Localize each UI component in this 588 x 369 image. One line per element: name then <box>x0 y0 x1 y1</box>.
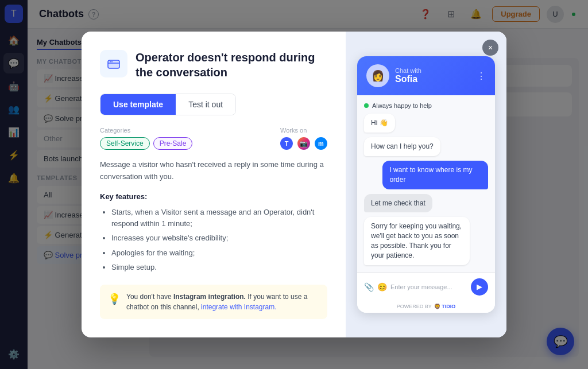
chat-footer: POWERED BY 🦁 TIDIO <box>357 301 495 313</box>
modal-icon <box>100 50 127 77</box>
categories-section: Categories Self-Service Pre-Sale <box>100 127 192 150</box>
online-indicator: Always happy to help <box>364 102 488 109</box>
modal: Operator doesn't respond during the conv… <box>82 32 506 337</box>
warning-banner: 💡 You don't have Instagram integration. … <box>100 285 327 319</box>
chat-header: 👩 Chat with Sofia ⋮ <box>357 56 495 95</box>
tidio-logo: 🦁 TIDIO <box>434 304 456 309</box>
online-status-text: Always happy to help <box>372 102 432 109</box>
chat-message-help: How can I help you? <box>364 137 440 156</box>
feature-item: Starts, when a Visitor sent a message an… <box>111 207 327 229</box>
svg-rect-1 <box>108 60 119 68</box>
svg-point-5 <box>111 61 113 63</box>
messenger-platform-icon: m <box>315 137 327 150</box>
modal-right-panel: 👩 Chat with Sofia ⋮ Always happy to help… <box>346 32 506 337</box>
tag-pre-sale: Pre-Sale <box>153 137 193 150</box>
warning-emoji: 💡 <box>108 292 121 307</box>
key-features-list: Starts, when a Visitor sent a message an… <box>100 207 327 273</box>
modal-title: Operator doesn't respond during the conv… <box>136 50 327 80</box>
chat-body: Always happy to help Hi 👋 How can I help… <box>357 95 495 271</box>
tags: Self-Service Pre-Sale <box>100 137 192 150</box>
emoji-icon[interactable]: 😊 <box>377 282 387 292</box>
chat-menu-icon[interactable]: ⋮ <box>477 71 486 81</box>
chat-message-hi: Hi 👋 <box>364 114 395 133</box>
instagram-link[interactable]: integrate with Instagram. <box>201 303 276 311</box>
works-on-label: Works on <box>280 127 327 134</box>
chat-input-area: 📎 😊 Enter your message... ▶ <box>357 272 495 301</box>
chat-message-check: Let me check that <box>364 194 432 213</box>
chat-message-order: I want to know where is my order <box>382 161 488 189</box>
modal-actions: Use template Test it out <box>100 94 236 115</box>
chat-input-placeholder[interactable]: Enter your message... <box>390 283 467 290</box>
chat-message-sorry: Sorry for keeping you waiting, we'll get… <box>364 217 470 265</box>
chat-with-label: Chat with <box>395 67 471 74</box>
attach-icon[interactable]: 📎 <box>364 282 374 292</box>
agent-name: Sofia <box>395 74 471 84</box>
modal-overlay: Operator doesn't respond during the conv… <box>0 0 588 369</box>
categories-label: Categories <box>100 127 192 134</box>
chat-header-info: Chat with Sofia <box>395 67 471 84</box>
use-template-button[interactable]: Use template <box>100 94 176 115</box>
key-features-title: Key features: <box>100 192 327 201</box>
feature-item: Increases your website's credibility; <box>111 232 327 244</box>
tag-self-service: Self-Service <box>100 137 150 150</box>
modal-header: Operator doesn't respond during the conv… <box>100 50 327 80</box>
modal-description: Message a visitor who hasn't received a … <box>100 159 327 183</box>
online-dot <box>364 103 369 108</box>
warning-text: You don't have Instagram integration. If… <box>126 292 319 312</box>
agent-avatar: 👩 <box>366 64 389 87</box>
tidio-platform-icon: T <box>280 137 293 150</box>
works-on-section: Works on T 📷 m <box>280 127 327 150</box>
feature-item: Apologies for the waiting; <box>111 247 327 259</box>
powered-by-label: POWERED BY <box>397 304 432 309</box>
modal-left-panel: Operator doesn't respond during the conv… <box>82 32 346 337</box>
test-it-out-button[interactable]: Test it out <box>176 94 235 115</box>
feature-item: Simple setup. <box>111 262 327 273</box>
platform-icons: T 📷 m <box>280 137 327 150</box>
send-button[interactable]: ▶ <box>471 278 488 296</box>
instagram-platform-icon: 📷 <box>297 137 310 150</box>
meta-section: Categories Self-Service Pre-Sale Works o… <box>100 127 327 150</box>
svg-point-4 <box>110 61 111 63</box>
chat-widget: 👩 Chat with Sofia ⋮ Always happy to help… <box>357 56 495 312</box>
